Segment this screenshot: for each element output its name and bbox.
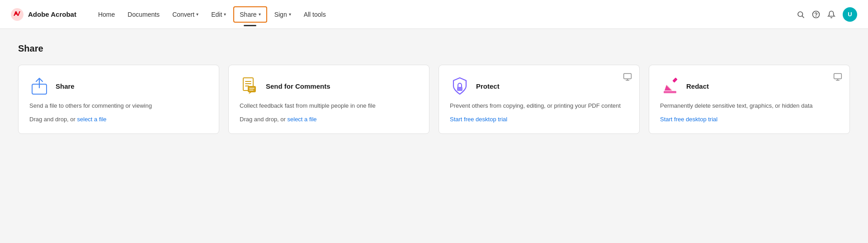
search-icon — [797, 10, 805, 19]
comments-card-desc: Collect feedback fast from multiple peop… — [240, 101, 418, 110]
convert-chevron-icon: ▾ — [196, 12, 198, 17]
svg-rect-10 — [248, 86, 256, 92]
protect-card-desc: Prevent others from copying, editing, or… — [450, 101, 628, 110]
sign-chevron-icon: ▾ — [289, 12, 291, 17]
share-icon — [29, 76, 49, 96]
nav-convert-label: Convert — [172, 11, 194, 18]
redact-card-desc: Permanently delete sensitive text, graph… — [660, 101, 839, 110]
avatar-initials: U — [848, 11, 852, 18]
comments-drag-text: Drag and drop, or — [240, 116, 288, 123]
nav-item-convert[interactable]: Convert ▾ — [167, 7, 204, 22]
share-card-title: Share — [56, 82, 75, 90]
svg-line-1 — [802, 16, 804, 18]
bell-icon — [827, 10, 835, 19]
redact-card-title: Redact — [686, 82, 709, 90]
adobe-acrobat-logo-icon — [11, 8, 24, 21]
comments-card-action: Drag and drop, or select a file — [240, 116, 418, 123]
svg-marker-11 — [249, 92, 251, 94]
redact-desktop-badge — [833, 72, 842, 83]
desktop-monitor-icon-2 — [833, 72, 842, 81]
protect-desktop-badge — [623, 72, 632, 83]
protect-trial-link[interactable]: Start free desktop trial — [450, 116, 507, 123]
nav-share-label: Share — [240, 11, 256, 18]
svg-point-3 — [816, 16, 816, 16]
share-select-file-link[interactable]: select a file — [77, 116, 107, 123]
protect-icon — [450, 76, 470, 96]
protect-card[interactable]: Protect Prevent others from copying, edi… — [439, 65, 640, 134]
nav-edit-label: Edit — [211, 11, 222, 18]
page-title: Share — [18, 43, 850, 54]
avatar[interactable]: U — [843, 7, 857, 22]
redact-card-header: Redact — [660, 76, 839, 96]
share-drag-text: Drag and drop, or — [29, 116, 77, 123]
nav-item-share[interactable]: Share ▾ — [233, 6, 267, 23]
svg-rect-14 — [624, 74, 632, 79]
comments-icon — [240, 76, 259, 96]
share-card[interactable]: Share Send a file to others for commenti… — [18, 65, 219, 134]
svg-rect-17 — [457, 87, 462, 91]
redact-icon — [660, 76, 680, 96]
nav-right: U — [797, 7, 857, 22]
nav-item-sign[interactable]: Sign ▾ — [269, 7, 297, 22]
main-content: Share Share Send a file to others for co… — [0, 29, 868, 243]
nav-item-all-tools[interactable]: All tools — [298, 7, 331, 22]
desktop-monitor-icon — [623, 72, 632, 81]
nav-item-documents[interactable]: Documents — [122, 7, 165, 22]
comments-card-title: Send for Comments — [266, 82, 330, 90]
share-card-desc: Send a file to others for commenting or … — [29, 101, 208, 110]
nav-sign-label: Sign — [274, 11, 287, 18]
help-icon — [812, 10, 820, 19]
svg-rect-18 — [834, 74, 842, 79]
redact-trial-link[interactable]: Start free desktop trial — [660, 116, 717, 123]
logo-area[interactable]: Adobe Acrobat — [11, 8, 76, 21]
svg-rect-23 — [664, 91, 676, 93]
svg-point-0 — [798, 12, 803, 17]
share-card-action: Drag and drop, or select a file — [29, 116, 208, 123]
nav-links: Home Documents Convert ▾ Edit ▾ Share ▾ … — [93, 6, 797, 23]
app-name: Adobe Acrobat — [28, 10, 76, 18]
nav-home-label: Home — [98, 11, 115, 18]
nav-item-home[interactable]: Home — [93, 7, 120, 22]
protect-card-title: Protect — [476, 82, 500, 90]
protect-card-header: Protect — [450, 76, 628, 96]
help-button[interactable] — [812, 10, 820, 19]
cards-grid: Share Send a file to others for commenti… — [18, 65, 850, 134]
comments-select-file-link[interactable]: select a file — [288, 116, 317, 123]
send-comments-card[interactable]: Send for Comments Collect feedback fast … — [228, 65, 429, 134]
share-chevron-icon: ▾ — [259, 12, 261, 17]
svg-rect-21 — [672, 77, 677, 82]
nav-documents-label: Documents — [127, 11, 160, 18]
search-button[interactable] — [797, 10, 805, 19]
nav-all-tools-label: All tools — [304, 11, 326, 18]
protect-card-action: Start free desktop trial — [450, 116, 628, 123]
edit-chevron-icon: ▾ — [224, 12, 226, 17]
share-card-header: Share — [29, 76, 208, 96]
notifications-button[interactable] — [827, 10, 835, 19]
nav-item-edit[interactable]: Edit ▾ — [206, 7, 231, 22]
navbar: Adobe Acrobat Home Documents Convert ▾ E… — [0, 0, 868, 29]
redact-card[interactable]: Redact Permanently delete sensitive text… — [649, 65, 850, 134]
comments-card-header: Send for Comments — [240, 76, 418, 96]
redact-card-action: Start free desktop trial — [660, 116, 839, 123]
